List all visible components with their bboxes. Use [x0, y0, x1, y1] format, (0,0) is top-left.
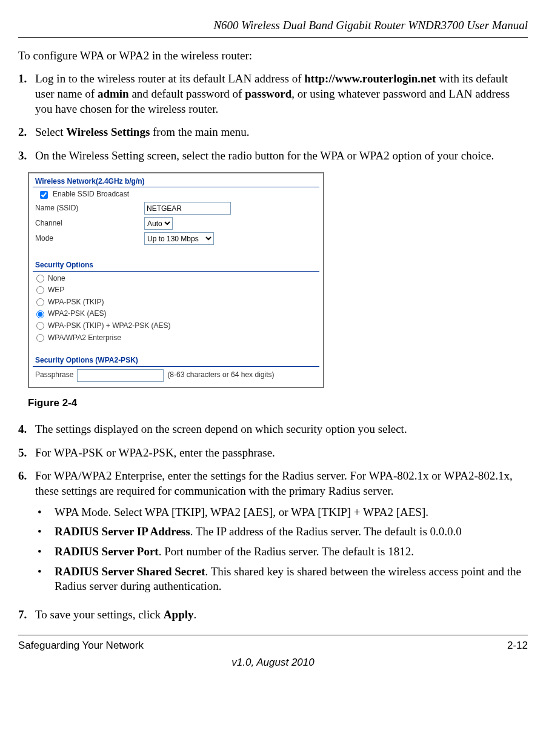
radio-none[interactable]: [36, 275, 44, 283]
opt-wpa2-psk[interactable]: WPA2-PSK (AES): [29, 308, 323, 320]
doc-header: N600 Wireless Dual Band Gigabit Router W…: [18, 18, 528, 33]
bullet-icon: •: [35, 564, 55, 594]
login-url: http://www.routerlogin.net: [304, 72, 436, 85]
step-body: Select Wireless Settings from the main m…: [35, 125, 528, 140]
footer-left: Safeguarding Your Network: [18, 639, 144, 652]
bullet-radius-ip: •RADIUS Server IP Address. The IP addres…: [35, 524, 528, 540]
bullet-radius-port: •RADIUS Server Port. Port number of the …: [35, 544, 528, 560]
txt: For WPA/WPA2 Enterprise, enter the setti…: [35, 469, 513, 497]
txt: Log in to the wireless router at its def…: [35, 72, 304, 85]
wireless-settings-text: Wireless Settings: [66, 125, 150, 138]
step-num: 6.: [18, 469, 35, 599]
step-num: 3.: [18, 149, 35, 164]
radio-wep[interactable]: [36, 286, 44, 294]
bullet-icon: •: [35, 544, 55, 560]
step-num: 5.: [18, 446, 35, 461]
step-1: 1. Log in to the wireless router at its …: [18, 72, 528, 116]
step-body: The settings displayed on the screen dep…: [35, 422, 528, 437]
enable-ssid-row: Enable SSID Broadcast: [29, 187, 323, 201]
bullet-icon: •: [35, 505, 55, 520]
mode-select[interactable]: Up to 130 Mbps: [144, 232, 214, 245]
opt-label: WPA-PSK (TKIP) + WPA2-PSK (AES): [48, 321, 171, 331]
opt-none[interactable]: None: [29, 273, 323, 285]
channel-label: Channel: [35, 219, 144, 229]
bullet-icon: •: [35, 524, 55, 540]
channel-select[interactable]: Auto: [144, 217, 173, 230]
radio-enterprise[interactable]: [36, 334, 44, 342]
step-body: To save your settings, click Apply.: [35, 607, 528, 623]
opt-label: None: [48, 274, 65, 284]
opt-label: WPA/WPA2 Enterprise: [48, 333, 121, 343]
passphrase-input[interactable]: [77, 369, 164, 382]
passphrase-label: Passphrase: [35, 370, 73, 380]
bullet-radius-secret: •RADIUS Server Shared Secret. This share…: [35, 564, 528, 594]
security-options: None WEP WPA-PSK (TKIP) WPA2-PSK (AES) W…: [29, 272, 323, 347]
txt: Select: [35, 125, 66, 138]
ssid-label: Name (SSID): [35, 204, 144, 213]
password-text: password: [245, 87, 291, 100]
bold-term: RADIUS Server Port: [55, 545, 159, 558]
footer: Safeguarding Your Network 2-12: [18, 639, 528, 652]
mode-label: Mode: [35, 234, 144, 244]
step-num: 7.: [18, 607, 35, 623]
opt-enterprise[interactable]: WPA/WPA2 Enterprise: [29, 332, 323, 344]
step-3: 3. On the Wireless Setting screen, selec…: [18, 149, 528, 164]
step-num: 1.: [18, 72, 35, 116]
sub-bullets: •WPA Mode. Select WPA [TKIP], WPA2 [AES]…: [35, 505, 528, 594]
step-body: Log in to the wireless router at its def…: [35, 72, 528, 116]
footer-rule: [18, 635, 528, 635]
figure-caption: Figure 2-4: [28, 396, 528, 410]
txt: and default password of: [129, 87, 245, 100]
header-rule: [18, 37, 528, 38]
router-settings-panel: Wireless Network(2.4GHz b/g/n) Enable SS…: [28, 172, 324, 388]
ssid-input[interactable]: [144, 202, 231, 215]
txt: from the main menu.: [150, 125, 249, 138]
opt-label: WPA2-PSK (AES): [48, 309, 106, 319]
mode-row: Mode Up to 130 Mbps: [29, 231, 323, 246]
step-6: 6. For WPA/WPA2 Enterprise, enter the se…: [18, 469, 528, 599]
txt: To save your settings, click: [35, 608, 164, 621]
radio-wpa-wpa2-psk[interactable]: [36, 322, 44, 330]
txt: RADIUS Server IP Address. The IP address…: [55, 524, 462, 540]
opt-label: WPA-PSK (TKIP): [48, 298, 104, 307]
bold-term: RADIUS Server IP Address: [55, 525, 190, 538]
steps-list-cont: 4. The settings displayed on the screen …: [18, 422, 528, 623]
radio-wpa2-psk[interactable]: [36, 310, 44, 318]
channel-row: Channel Auto: [29, 216, 323, 231]
step-body: For WPA/WPA2 Enterprise, enter the setti…: [35, 469, 528, 599]
txt: . Port number of the Radius server. The …: [159, 545, 414, 558]
step-4: 4. The settings displayed on the screen …: [18, 422, 528, 437]
passphrase-row: Passphrase (8-63 characters or 64 hex di…: [29, 367, 323, 387]
opt-wpa-wpa2-psk[interactable]: WPA-PSK (TKIP) + WPA2-PSK (AES): [29, 320, 323, 332]
txt: . The IP address of the Radius server. T…: [190, 525, 462, 538]
bullet-wpa-mode: •WPA Mode. Select WPA [TKIP], WPA2 [AES]…: [35, 505, 528, 520]
radio-wpa-psk[interactable]: [36, 298, 44, 306]
step-7: 7. To save your settings, click Apply.: [18, 607, 528, 623]
step-5: 5. For WPA-PSK or WPA2-PSK, enter the pa…: [18, 446, 528, 461]
intro-text: To configure WPA or WPA2 in the wireless…: [18, 49, 528, 64]
panel-head-security: Security Options: [33, 259, 319, 272]
passphrase-hint: (8-63 characters or 64 hex digits): [167, 370, 274, 380]
txt: RADIUS Server Port. Port number of the R…: [55, 544, 414, 560]
opt-label: WEP: [48, 286, 64, 295]
opt-wep[interactable]: WEP: [29, 284, 323, 296]
panel-head-wpa2psk: Security Options (WPA2-PSK): [33, 355, 319, 367]
step-body: For WPA-PSK or WPA2-PSK, enter the passp…: [35, 446, 528, 461]
steps-list: 1. Log in to the wireless router at its …: [18, 72, 528, 163]
apply-text: Apply: [164, 608, 194, 621]
enable-ssid-checkbox[interactable]: [40, 191, 48, 199]
opt-wpa-psk[interactable]: WPA-PSK (TKIP): [29, 296, 323, 309]
admin-text: admin: [98, 87, 129, 100]
step-2: 2. Select Wireless Settings from the mai…: [18, 125, 528, 140]
txt: WPA Mode. Select WPA [TKIP], WPA2 [AES],…: [55, 505, 428, 520]
panel-head-wireless: Wireless Network(2.4GHz b/g/n): [33, 176, 319, 188]
step-body: On the Wireless Setting screen, select t…: [35, 149, 528, 164]
step-num: 4.: [18, 422, 35, 437]
txt: .: [194, 608, 197, 621]
footer-right: 2-12: [507, 639, 528, 652]
step-num: 2.: [18, 125, 35, 140]
bold-term: RADIUS Server Shared Secret: [55, 565, 205, 578]
enable-ssid-label: Enable SSID Broadcast: [53, 190, 129, 199]
ssid-row: Name (SSID): [29, 201, 323, 216]
footer-center: v1.0, August 2010: [18, 656, 528, 669]
